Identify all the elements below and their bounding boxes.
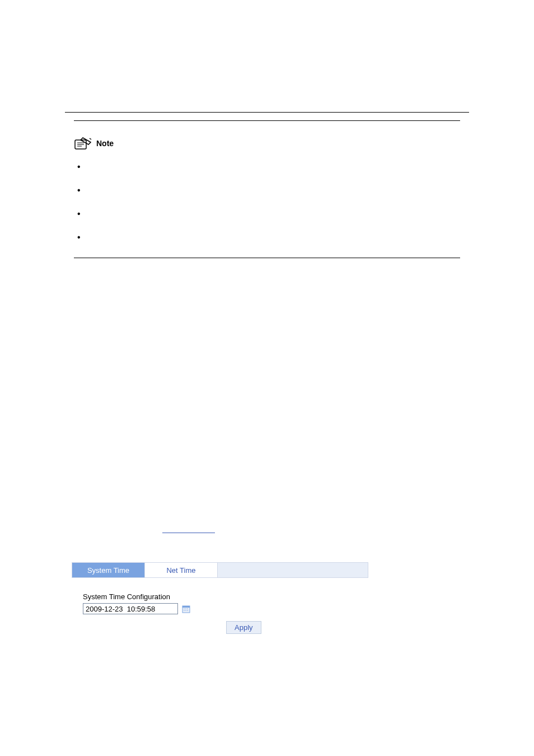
note-label: Note	[96, 139, 114, 148]
apply-row: Apply	[72, 621, 368, 634]
tab-label: System Time	[87, 566, 129, 575]
time-input-row	[83, 603, 368, 614]
svg-rect-5	[182, 606, 190, 608]
config-area: System Time Configuration	[72, 592, 368, 614]
tabs-spacer	[218, 563, 368, 577]
system-time-input[interactable]	[83, 603, 178, 614]
tab-net-time[interactable]: Net Time	[145, 563, 218, 577]
note-item	[74, 207, 460, 217]
top-divider	[65, 112, 469, 113]
calendar-icon[interactable]	[181, 604, 190, 613]
system-time-ui: System Time Net Time System Time Configu…	[72, 562, 368, 634]
note-icon	[74, 137, 93, 150]
note-list	[74, 160, 460, 241]
note-top-rule	[74, 120, 460, 121]
tab-system-time[interactable]: System Time	[72, 563, 145, 577]
config-label: System Time Configuration	[83, 592, 368, 601]
note-bottom-rule	[74, 258, 460, 258]
note-item	[74, 231, 460, 241]
note-block: Note	[65, 120, 469, 258]
apply-button[interactable]: Apply	[226, 621, 261, 634]
tabs-row: System Time Net Time	[72, 562, 368, 578]
tab-label: Net Time	[166, 566, 195, 575]
note-header: Note	[74, 137, 460, 150]
note-item	[74, 160, 460, 170]
note-item	[74, 184, 460, 194]
link-underline	[162, 533, 215, 533]
